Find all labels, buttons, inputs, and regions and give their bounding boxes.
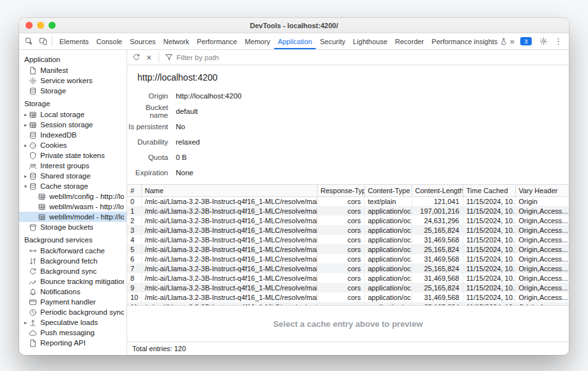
sidebar-item-reporting-api[interactable]: Reporting API <box>19 338 127 348</box>
cell: 31,469,568 <box>412 235 463 244</box>
sidebar-item-storage[interactable]: Storage <box>19 86 127 96</box>
kebab-menu-icon[interactable]: ⋮ <box>550 36 566 46</box>
disclosure-right-icon[interactable]: ▸ <box>22 122 29 128</box>
more-tabs-chevron-icon[interactable]: » <box>507 36 518 46</box>
sidebar-item-manifest[interactable]: Manifest <box>19 65 127 75</box>
tab-elements[interactable]: Elements <box>56 33 93 49</box>
column-header-content-length[interactable]: Content-Length <box>412 185 463 196</box>
disclosure-right-icon[interactable]: ▸ <box>22 173 29 179</box>
filter-funnel-icon <box>164 52 174 63</box>
column-header-name[interactable]: Name <box>141 185 317 196</box>
cache-entry-row-8[interactable]: 8/mlc-ai/Llama-3.2-3B-Instruct-q4f16_1-M… <box>127 273 569 283</box>
sidebar-item-bounce-tracking-mitigations[interactable]: Bounce tracking mitigations <box>19 276 127 287</box>
cell: /mlc-ai/Llama-3.2-3B-Instruct-q4f16_1-ML… <box>141 196 317 206</box>
payment-icon <box>29 298 37 306</box>
cache-entry-row-0[interactable]: 0/mlc-ai/Llama-3.2-3B-Instruct-q4f16_1-M… <box>127 196 569 206</box>
sidebar-item-background-sync[interactable]: Background sync <box>19 266 127 276</box>
sidebar-item-label: Shared storage <box>40 172 91 180</box>
tab-lighthouse[interactable]: Lighthouse <box>349 33 391 49</box>
column-header-time-cached[interactable]: Time Cached <box>463 185 515 196</box>
tab-label: Sources <box>130 38 155 45</box>
cell: 8 <box>127 273 141 283</box>
sidebar-item-cache-storage[interactable]: ▾Cache storage <box>19 181 127 191</box>
sidebar-item-webllm-wasm-http-loca[interactable]: webllm/wasm - http://loca... <box>19 201 127 212</box>
sidebar-item-service-workers[interactable]: Service workers <box>19 75 127 86</box>
cache-entry-row-6[interactable]: 6/mlc-ai/Llama-3.2-3B-Instruct-q4f16_1-M… <box>127 254 569 264</box>
console-messages-badge[interactable]: 3 <box>520 37 532 45</box>
device-toolbar-button[interactable] <box>36 35 50 49</box>
metadata-label: Quota <box>127 154 168 161</box>
tab-label: Application <box>278 38 313 45</box>
tab-console[interactable]: Console <box>93 33 126 49</box>
cell: Origin,Access... <box>515 264 569 273</box>
minimize-window-button[interactable] <box>37 22 44 29</box>
devtools-tab-strip: ElementsConsoleSourcesNetworkPerformance… <box>56 33 507 49</box>
sidebar-item-interest-groups[interactable]: Interest groups <box>19 161 127 171</box>
sidebar-item-storage-buckets[interactable]: Storage buckets <box>19 222 127 232</box>
tab-sources[interactable]: Sources <box>126 33 159 49</box>
grid-icon <box>38 203 46 211</box>
cell: application/oc... <box>364 254 412 264</box>
sidebar-item-indexeddb[interactable]: IndexedDB <box>19 130 127 140</box>
tab-recorder[interactable]: Recorder <box>391 33 428 49</box>
column-header-index[interactable]: # <box>127 185 141 196</box>
cache-entry-row-9[interactable]: 9/mlc-ai/Llama-3.2-3B-Instruct-q4f16_1-M… <box>127 283 569 292</box>
sidebar-item-label: Bounce tracking mitigations <box>40 278 124 285</box>
filter-by-path-input[interactable] <box>176 54 565 61</box>
column-header-content-type[interactable]: Content-Type <box>364 185 412 196</box>
cache-entry-row-3[interactable]: 3/mlc-ai/Llama-3.2-3B-Instruct-q4f16_1-M… <box>127 225 569 235</box>
cache-entry-row-2[interactable]: 2/mlc-ai/Llama-3.2-3B-Instruct-q4f16_1-M… <box>127 216 569 225</box>
cell: 6 <box>127 254 141 264</box>
tab-application[interactable]: Application <box>274 33 316 49</box>
tab-performance[interactable]: Performance <box>193 33 241 49</box>
cache-entry-row-5[interactable]: 5/mlc-ai/Llama-3.2-3B-Instruct-q4f16_1-M… <box>127 244 569 254</box>
close-window-button[interactable] <box>26 22 33 29</box>
cache-entry-row-10[interactable]: 10/mlc-ai/Llama-3.2-3B-Instruct-q4f16_1-… <box>127 292 569 302</box>
tab-network[interactable]: Network <box>160 33 193 49</box>
column-header-vary-header[interactable]: Vary Header <box>515 185 569 196</box>
disclosure-right-icon[interactable]: ▸ <box>22 112 29 118</box>
titlebar[interactable]: DevTools - localhost:4200/ <box>19 18 569 33</box>
disclosure-right-icon[interactable]: ▸ <box>22 320 29 326</box>
sidebar-item-periodic-background-sync[interactable]: Periodic background sync <box>19 307 127 317</box>
sidebar-item-session-storage[interactable]: ▸Session storage <box>19 120 127 130</box>
sidebar-item-cookies[interactable]: ▸Cookies <box>19 140 127 150</box>
metadata-value: No <box>176 123 185 130</box>
cache-entries-table-wrap[interactable]: #NameResponse-TypeContent-TypeContent-Le… <box>127 184 569 306</box>
disclosure-right-icon[interactable]: ▸ <box>22 143 29 148</box>
devtools-toolbar: ElementsConsoleSourcesNetworkPerformance… <box>19 33 569 50</box>
tab-security[interactable]: Security <box>316 33 349 49</box>
refresh-button[interactable] <box>131 52 141 63</box>
sidebar-item-webllm-config-http-loc[interactable]: webllm/config - http://loc... <box>19 191 127 201</box>
sidebar-item-webllm-model-http-loc[interactable]: webllm/model - http://loc... <box>19 212 127 222</box>
sidebar-item-notifications[interactable]: Notifications <box>19 287 127 297</box>
zoom-window-button[interactable] <box>49 22 56 29</box>
cell: Origin,Access... <box>515 273 569 283</box>
disclosure-down-icon[interactable]: ▾ <box>22 184 29 189</box>
sidebar-item-private-state-tokens[interactable]: Private state tokens <box>19 150 127 161</box>
cell: cors <box>317 196 364 206</box>
sidebar-item-back-forward-cache[interactable]: Back/forward cache <box>19 246 127 256</box>
inspect-element-button[interactable] <box>22 35 36 49</box>
sidebar-item-background-fetch[interactable]: Background fetch <box>19 256 127 266</box>
sidebar-item-local-storage[interactable]: ▸Local storage <box>19 109 127 120</box>
tab-memory[interactable]: Memory <box>241 33 274 49</box>
sidebar-item-shared-storage[interactable]: ▸Shared storage <box>19 171 127 181</box>
cloud-icon <box>29 329 37 337</box>
cache-entry-row-4[interactable]: 4/mlc-ai/Llama-3.2-3B-Instruct-q4f16_1-M… <box>127 235 569 244</box>
tab-performance-insights[interactable]: Performance insights <box>428 33 506 49</box>
delete-selected-button[interactable]: × <box>144 52 154 63</box>
settings-button[interactable] <box>536 35 550 49</box>
column-header-response-type[interactable]: Response-Type <box>317 185 364 196</box>
sidebar-item-push-messaging[interactable]: Push messaging <box>19 328 127 338</box>
tab-label: Recorder <box>395 38 424 45</box>
sidebar-item-payment-handler[interactable]: Payment handler <box>19 297 127 307</box>
sidebar-item-label: Storage buckets <box>40 223 93 231</box>
cache-entry-row-1[interactable]: 1/mlc-ai/Llama-3.2-3B-Instruct-q4f16_1-M… <box>127 206 569 216</box>
metadata-label: Is persistent <box>127 123 168 130</box>
cache-entry-row-7[interactable]: 7/mlc-ai/Llama-3.2-3B-Instruct-q4f16_1-M… <box>127 264 569 273</box>
sidebar-item-speculative-loads[interactable]: ▸Speculative loads <box>19 317 127 328</box>
application-sidebar: ApplicationManifestService workersStorag… <box>19 50 127 355</box>
cell: cors <box>317 283 364 292</box>
spec-icon <box>29 319 37 327</box>
